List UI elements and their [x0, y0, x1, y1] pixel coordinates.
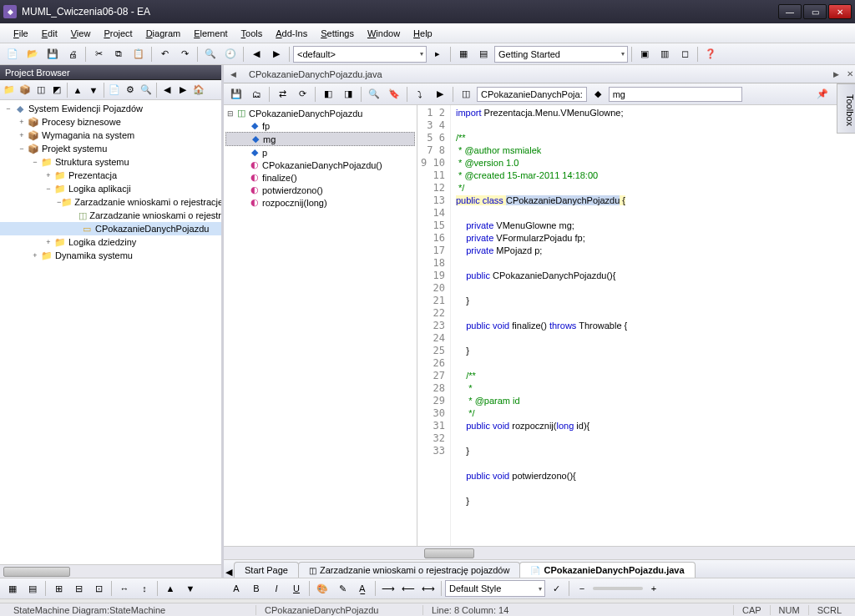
dt-line-icon[interactable]: ✎	[333, 580, 352, 597]
ct-tree-icon[interactable]: ◨	[339, 86, 357, 103]
redo-icon[interactable]: ↷	[175, 46, 194, 63]
perspective-add-icon[interactable]: ▸	[428, 46, 447, 63]
pb-new-icon[interactable]: 📁	[2, 83, 17, 98]
tree-node[interactable]: +📦Procesy biznesowe	[0, 115, 221, 129]
new-icon[interactable]: 📄	[3, 46, 22, 63]
dt-dist1-icon[interactable]: ↔	[115, 580, 134, 597]
dt-zoomin-icon[interactable]: +	[645, 580, 663, 597]
dt-a-icon[interactable]: A	[227, 580, 245, 597]
tree-node[interactable]: +📁Prezentacja	[0, 169, 221, 182]
pb-home-icon[interactable]: 🏠	[191, 83, 206, 98]
pb-find-icon[interactable]: 🔍	[139, 83, 154, 98]
pb-down-icon[interactable]: ▼	[86, 83, 101, 98]
dt-fill-icon[interactable]: 🎨	[313, 580, 331, 597]
ct-save-icon[interactable]: 💾	[227, 86, 245, 103]
history-icon[interactable]: 🕘	[221, 46, 240, 63]
ct-saveall-icon[interactable]: 🗂	[247, 86, 266, 103]
menu-project[interactable]: Project	[97, 27, 139, 40]
tree-node[interactable]: −📦Projekt systemu	[0, 142, 221, 155]
tree-node[interactable]: ▭CPokazanieDanychPojazdu	[0, 222, 221, 235]
outline-item[interactable]: ◐finalize()	[225, 171, 415, 184]
dt-link1-icon[interactable]: ⟶	[379, 580, 397, 597]
print-icon[interactable]: 🖨	[63, 46, 82, 63]
dt-apply-icon[interactable]: ✓	[547, 580, 565, 597]
pb-fwd-icon[interactable]: ▶	[175, 83, 190, 98]
search-icon[interactable]: 🔍	[201, 46, 220, 63]
layout2-icon[interactable]: ▤	[474, 46, 493, 63]
pb-elem-icon[interactable]: ◩	[49, 83, 64, 98]
ct-book-icon[interactable]: 🔖	[385, 86, 403, 103]
tree-root[interactable]: −◆ System Ewidencji Pojazdów	[0, 102, 221, 115]
forward-icon[interactable]: ▶	[267, 46, 286, 63]
dt-grid-icon[interactable]: ▦	[3, 580, 22, 597]
ct-sync-icon[interactable]: ⟳	[293, 86, 311, 103]
pb-pkg-icon[interactable]: 📦	[18, 83, 33, 98]
doc-tab[interactable]: ◫Zarzadzanie wnioskami o rejestrację poj…	[298, 562, 520, 578]
dt-i-icon[interactable]: I	[267, 580, 286, 597]
menu-file[interactable]: File	[7, 27, 35, 40]
dt-align2-icon[interactable]: ⊟	[69, 580, 88, 597]
tree-node[interactable]: −📁Logika aplikacji	[0, 182, 221, 195]
tree-node[interactable]: ◫Zarzadzanie wnioskami o rejestr	[0, 209, 221, 222]
doc-prev-icon[interactable]: ◀	[227, 70, 239, 78]
dt-dist2-icon[interactable]: ↕	[135, 580, 154, 597]
undo-icon[interactable]: ↶	[155, 46, 174, 63]
pb-up-icon[interactable]: ▲	[70, 83, 85, 98]
ct-pin-icon[interactable]: 📌	[813, 86, 832, 103]
code-scope-member[interactable]: mg	[609, 87, 742, 102]
project-tree[interactable]: −◆ System Ewidencji Pojazdów +📦Procesy b…	[0, 100, 221, 564]
outline-item[interactable]: ◐rozpocznij(long)	[225, 196, 415, 209]
code-editor[interactable]: 1 2 3 4 5 6 7 8 9 10 11 12 13 14 15 16 1…	[417, 105, 855, 546]
minimize-button[interactable]: —	[778, 4, 802, 19]
dt-u-icon[interactable]: U	[287, 580, 306, 597]
tree-node[interactable]: +📦Wymagania na system	[0, 129, 221, 142]
menu-help[interactable]: Help	[407, 27, 439, 40]
tree-node[interactable]: −📁Zarzadzanie wnioskami o rejestracje	[0, 195, 221, 209]
tree-node[interactable]: +📁Logika dziedziny	[0, 235, 221, 249]
outline-item[interactable]: ◐potwierdzono()	[225, 184, 415, 196]
editor-hscroll[interactable]	[224, 546, 855, 559]
layout1-icon[interactable]: ▦	[454, 46, 473, 63]
doc-tab[interactable]: Start Page	[234, 562, 299, 578]
dt-text-icon[interactable]: A̲	[353, 580, 372, 597]
dt-link3-icon[interactable]: ⟷	[419, 580, 438, 597]
copy-icon[interactable]: ⧉	[109, 46, 128, 63]
ct-outline-icon[interactable]: ◧	[319, 86, 337, 103]
cut-icon[interactable]: ✂	[89, 46, 108, 63]
ct-class-icon[interactable]: ◫	[457, 86, 475, 103]
doc-next-icon[interactable]: ▶	[830, 70, 842, 78]
menu-view[interactable]: View	[64, 27, 98, 40]
dt-align1-icon[interactable]: ⊞	[49, 580, 68, 597]
dt-snap-icon[interactable]: ▤	[23, 580, 42, 597]
back-icon[interactable]: ◀	[247, 46, 266, 63]
outline-item[interactable]: ◐CPokazanieDanychPojazdu()	[225, 159, 415, 171]
maximize-button[interactable]: ▭	[803, 4, 827, 19]
outline-pane[interactable]: ⊟◫ CPokazanieDanychPojazdu ◆fp◆mg◆p◐CPok…	[224, 105, 417, 546]
menu-edit[interactable]: Edit	[35, 27, 64, 40]
menu-element[interactable]: Element	[187, 27, 234, 40]
help-icon[interactable]: ❓	[701, 46, 720, 63]
tree-node[interactable]: +📁Dynamika systemu	[0, 249, 221, 262]
code-scope-class[interactable]: CPokazanieDanychPoja:	[477, 87, 587, 102]
paste-icon[interactable]: 📋	[129, 46, 148, 63]
menu-diagram[interactable]: Diagram	[139, 27, 188, 40]
pb-doc-icon[interactable]: 📄	[107, 83, 122, 98]
ct-step-icon[interactable]: ⤵	[411, 86, 429, 103]
doc-tab[interactable]: 📄CPokazanieDanychPojazdu.java	[519, 562, 695, 578]
outline-item[interactable]: ◆fp	[225, 119, 415, 132]
dt-zoomout-icon[interactable]: −	[573, 580, 591, 597]
ct-gen-icon[interactable]: ⇄	[273, 86, 291, 103]
view3-icon[interactable]: ◻	[675, 46, 694, 63]
toolbox-tab[interactable]: Toolbox	[837, 83, 855, 134]
project-browser-hscroll[interactable]	[0, 564, 221, 578]
pb-gen-icon[interactable]: ⚙	[123, 83, 138, 98]
pb-back-icon[interactable]: ◀	[159, 83, 175, 98]
close-button[interactable]: ✕	[828, 4, 852, 19]
open-icon[interactable]: 📂	[23, 46, 42, 63]
code-content[interactable]: import Prezentacja.Menu.VMenuGlowne; /**…	[451, 105, 855, 546]
outline-item[interactable]: ◆mg	[225, 132, 415, 146]
view2-icon[interactable]: ▥	[655, 46, 674, 63]
style-combo[interactable]: Default Style	[445, 580, 545, 597]
dt-back-icon[interactable]: ▼	[181, 580, 200, 597]
menu-settings[interactable]: Settings	[314, 27, 361, 40]
